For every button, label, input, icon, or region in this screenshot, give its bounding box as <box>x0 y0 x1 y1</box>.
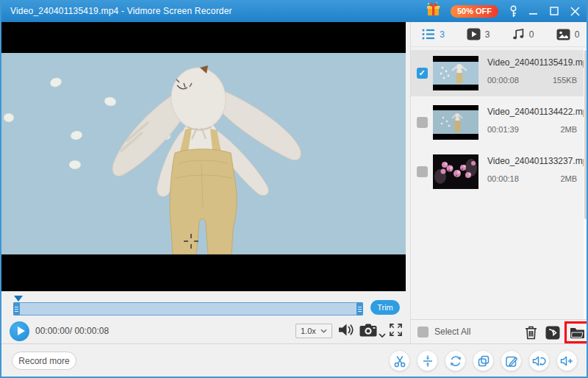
fullscreen-icon[interactable] <box>390 324 402 339</box>
music-icon <box>512 28 525 40</box>
window-title: Video_240401135419.mp4 - Vidmore Screen … <box>10 6 232 16</box>
seek-row: Trim <box>1 291 406 319</box>
camera-icon[interactable] <box>359 324 377 340</box>
titlebar: Video_240401135419.mp4 - Vidmore Screen … <box>0 0 588 22</box>
volume-boost-icon <box>560 354 574 368</box>
camera-chevron-icon[interactable] <box>379 328 386 341</box>
speed-select[interactable]: 1.0x <box>295 324 332 338</box>
gift-icon[interactable] <box>426 1 442 21</box>
annotation-red-box <box>564 321 588 343</box>
item-name: Video_240401134422.mp4 <box>487 107 588 117</box>
media-tabs: 3 3 0 <box>411 22 588 47</box>
delete-button[interactable] <box>523 324 539 340</box>
audio-convert-button[interactable] <box>528 350 550 371</box>
app-window: Video_240401135419.mp4 - Vidmore Screen … <box>0 0 588 378</box>
trim-start-handle[interactable] <box>13 302 20 315</box>
audio-convert-icon <box>532 354 546 368</box>
scissors-icon <box>393 354 406 368</box>
select-all-checkbox[interactable] <box>417 327 429 338</box>
merge-button[interactable] <box>473 350 494 371</box>
item-checkbox[interactable] <box>417 68 428 79</box>
key-icon[interactable] <box>507 5 519 17</box>
item-size: 2MB <box>560 125 577 134</box>
seek-bar[interactable] <box>13 302 363 315</box>
clip-button[interactable] <box>389 350 410 371</box>
volume-icon[interactable] <box>338 323 355 340</box>
close-button[interactable] <box>569 5 581 17</box>
chevron-down-icon <box>320 329 327 333</box>
item-duration: 00:00:08 <box>487 76 519 85</box>
image-icon <box>556 29 570 40</box>
convert-icon <box>449 354 462 368</box>
maximize-button[interactable] <box>548 5 560 17</box>
item-name: Video_240401133237.mp4 <box>487 156 588 166</box>
volume-boost-button[interactable] <box>556 350 578 371</box>
edit-button[interactable] <box>501 350 522 371</box>
video-count: 3 <box>485 29 490 40</box>
list-count: 3 <box>440 29 445 40</box>
edit-icon <box>505 354 518 368</box>
split-button[interactable] <box>417 350 438 371</box>
item-duration: 00:00:18 <box>487 174 519 183</box>
export-folder-icon[interactable] <box>545 324 561 340</box>
tab-images[interactable]: 0 <box>545 29 588 40</box>
scrollbar[interactable] <box>584 49 588 340</box>
item-thumbnail-bunny-2 <box>433 105 478 140</box>
item-name: Video_240401135419.mp4 <box>487 57 588 68</box>
split-icon <box>421 354 434 368</box>
speed-value: 1.0x <box>301 327 316 335</box>
item-checkbox[interactable] <box>417 117 428 128</box>
tab-list[interactable]: 3 <box>411 28 456 40</box>
video-preview[interactable] <box>1 22 406 291</box>
offer-badge[interactable]: 50% OFF <box>451 5 498 18</box>
audio-count: 0 <box>529 29 534 40</box>
list-item[interactable]: Video_240401134422.mp4 00:01:39 2MB <box>411 99 584 146</box>
item-size: 155KB <box>553 76 577 85</box>
item-thumbnail-flowers <box>433 154 478 189</box>
footer-bar: Record more <box>1 343 588 377</box>
item-thumbnail-bunny <box>433 56 478 90</box>
tab-audio[interactable]: 0 <box>501 28 545 40</box>
video-tab-icon <box>467 28 481 40</box>
sidebar-bottom-bar: Select All <box>411 319 588 343</box>
trim-end-handle[interactable] <box>356 302 363 315</box>
playhead-marker[interactable] <box>14 296 23 302</box>
minimize-button[interactable] <box>528 5 539 17</box>
time-display: 00:00:00/ 00:00:08 <box>35 326 109 336</box>
record-more-button[interactable]: Record more <box>12 352 76 370</box>
trim-button[interactable]: Trim <box>370 300 400 315</box>
sidebar: 3 3 0 <box>410 22 588 343</box>
tab-videos[interactable]: 3 <box>456 28 501 40</box>
list-icon <box>422 28 435 40</box>
video-content-bunny <box>1 53 406 254</box>
convert-button[interactable] <box>445 350 466 371</box>
image-count: 0 <box>575 29 580 40</box>
item-size: 2MB <box>560 174 577 183</box>
scrollbar-thumb[interactable] <box>584 50 588 219</box>
player-controls: 00:00:00/ 00:00:08 1.0x <box>1 319 406 343</box>
select-all-label: Select All <box>434 327 470 337</box>
merge-icon <box>477 354 490 368</box>
list-item[interactable]: Video_240401135419.mp4 00:00:08 155KB <box>411 50 584 96</box>
play-button[interactable] <box>10 321 29 341</box>
list-item[interactable]: Video_240401133237.mp4 00:00:18 2MB <box>411 149 584 195</box>
item-duration: 00:01:39 <box>487 125 519 134</box>
item-checkbox[interactable] <box>417 166 428 177</box>
